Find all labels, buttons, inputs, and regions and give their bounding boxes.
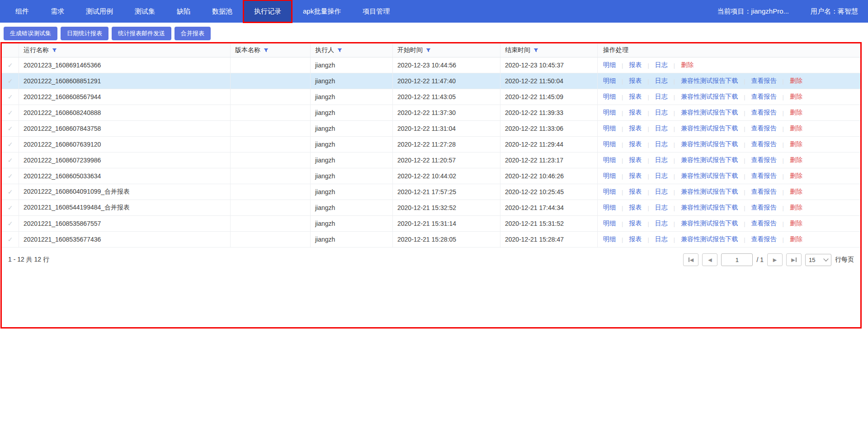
op-detail-link[interactable]: 明细 <box>603 61 616 69</box>
op-compat-report-download-link[interactable]: 兼容性测试报告下载 <box>681 140 738 148</box>
table-row[interactable]: ✓20201221_1608535677436jiangzh2020-12-21… <box>2 232 860 248</box>
op-delete-link[interactable]: 删除 <box>790 172 802 180</box>
op-detail-link[interactable]: 明细 <box>603 204 616 212</box>
op-report-link[interactable]: 报表 <box>629 61 642 69</box>
op-view-report-link[interactable]: 查看报告 <box>751 124 777 133</box>
op-report-link[interactable]: 报表 <box>629 140 642 148</box>
nav-tab-project-management[interactable]: 项目管理 <box>352 0 401 23</box>
op-log-link[interactable]: 日志 <box>655 93 668 101</box>
op-compat-report-download-link[interactable]: 兼容性测试报告下载 <box>681 188 738 196</box>
op-compat-report-download-link[interactable]: 兼容性测试报告下载 <box>681 124 738 133</box>
op-detail-link[interactable]: 明细 <box>603 235 616 243</box>
table-row[interactable]: ✓20201221_1608535867557jiangzh2020-12-21… <box>2 216 860 232</box>
row-check-icon[interactable]: ✓ <box>8 77 13 85</box>
merge-report-button[interactable]: 合并报表 <box>175 27 211 40</box>
op-log-link[interactable]: 日志 <box>655 140 668 148</box>
op-log-link[interactable]: 日志 <box>655 109 668 117</box>
op-log-link[interactable]: 日志 <box>655 204 668 212</box>
nav-tab-requirements[interactable]: 需求 <box>40 0 75 23</box>
op-report-link[interactable]: 报表 <box>629 93 642 101</box>
nav-tab-components[interactable]: 组件 <box>5 0 40 23</box>
op-view-report-link[interactable]: 查看报告 <box>751 77 777 85</box>
op-compat-report-download-link[interactable]: 兼容性测试报告下载 <box>681 235 738 243</box>
nav-tab-test-cases[interactable]: 测试用例 <box>75 0 124 23</box>
op-delete-link[interactable]: 删除 <box>790 109 802 117</box>
op-compat-report-download-link[interactable]: 兼容性测试报告下载 <box>681 156 738 164</box>
op-log-link[interactable]: 日志 <box>655 172 668 180</box>
filter-icon[interactable] <box>426 48 431 53</box>
op-delete-link[interactable]: 删除 <box>790 235 802 243</box>
op-report-link[interactable]: 报表 <box>629 188 642 196</box>
op-report-link[interactable]: 报表 <box>629 156 642 164</box>
row-check-icon[interactable]: ✓ <box>8 204 13 211</box>
op-log-link[interactable]: 日志 <box>655 77 668 85</box>
row-check-icon[interactable]: ✓ <box>8 188 13 195</box>
nav-tab-defects[interactable]: 缺陷 <box>166 0 201 23</box>
op-compat-report-download-link[interactable]: 兼容性测试报告下载 <box>681 172 738 180</box>
op-delete-link[interactable]: 删除 <box>790 93 802 101</box>
filter-icon[interactable] <box>264 48 269 53</box>
filter-icon[interactable] <box>533 48 538 53</box>
next-page-button[interactable]: ▶ <box>767 253 783 266</box>
page-size-select[interactable]: 15 <box>805 254 831 266</box>
generate-error-testset-button[interactable]: 生成错误测试集 <box>4 27 57 40</box>
current-project-label[interactable]: 当前项目：jiangzhPro... <box>717 7 789 16</box>
row-check-icon[interactable]: ✓ <box>8 125 13 132</box>
op-view-report-link[interactable]: 查看报告 <box>751 188 777 196</box>
op-detail-link[interactable]: 明细 <box>603 93 616 101</box>
page-number-input[interactable] <box>721 253 753 266</box>
row-check-icon[interactable]: ✓ <box>8 236 13 243</box>
op-delete-link[interactable]: 删除 <box>790 204 802 212</box>
op-compat-report-download-link[interactable]: 兼容性测试报告下载 <box>681 93 738 101</box>
table-row[interactable]: ✓20201222_1608604091099_合并报表jiangzh2020-… <box>2 184 860 200</box>
op-view-report-link[interactable]: 查看报告 <box>751 172 777 180</box>
row-check-icon[interactable]: ✓ <box>8 157 13 164</box>
nav-tab-data-pool[interactable]: 数据池 <box>201 0 243 23</box>
op-detail-link[interactable]: 明细 <box>603 77 616 85</box>
op-delete-link[interactable]: 删除 <box>790 77 802 85</box>
op-log-link[interactable]: 日志 <box>655 188 668 196</box>
op-detail-link[interactable]: 明细 <box>603 124 616 133</box>
op-delete-link[interactable]: 删除 <box>790 156 802 164</box>
op-detail-link[interactable]: 明细 <box>603 172 616 180</box>
username-label[interactable]: 用户名：蒋智慧 <box>811 7 858 16</box>
table-row[interactable]: ✓20201222_1608605033634jiangzh2020-12-22… <box>2 168 860 184</box>
op-view-report-link[interactable]: 查看报告 <box>751 204 777 212</box>
last-page-button[interactable]: ▶ <box>786 253 802 266</box>
op-detail-link[interactable]: 明细 <box>603 219 616 228</box>
row-check-icon[interactable]: ✓ <box>8 141 13 148</box>
op-compat-report-download-link[interactable]: 兼容性测试报告下载 <box>681 219 738 228</box>
op-view-report-link[interactable]: 查看报告 <box>751 109 777 117</box>
op-view-report-link[interactable]: 查看报告 <box>751 140 777 148</box>
op-compat-report-download-link[interactable]: 兼容性测试报告下载 <box>681 109 738 117</box>
op-delete-link[interactable]: 删除 <box>790 219 802 228</box>
nav-tab-apk-batch[interactable]: apk批量操作 <box>292 0 352 23</box>
previous-page-button[interactable]: ◀ <box>702 253 717 266</box>
op-delete-link[interactable]: 删除 <box>790 140 802 148</box>
op-report-link[interactable]: 报表 <box>629 124 642 133</box>
filter-icon[interactable] <box>52 48 57 53</box>
op-compat-report-download-link[interactable]: 兼容性测试报告下载 <box>681 77 738 85</box>
table-row[interactable]: ✓20201222_1608607239986jiangzh2020-12-22… <box>2 152 860 168</box>
row-check-icon[interactable]: ✓ <box>8 109 13 116</box>
op-delete-link[interactable]: 删除 <box>790 124 802 133</box>
op-log-link[interactable]: 日志 <box>655 235 668 243</box>
table-row[interactable]: ✓20201222_1608608240888jiangzh2020-12-22… <box>2 105 860 121</box>
op-report-link[interactable]: 报表 <box>629 172 642 180</box>
table-row[interactable]: ✓20201222_1608607639120jiangzh2020-12-22… <box>2 137 860 152</box>
op-delete-link[interactable]: 删除 <box>681 61 693 69</box>
op-report-link[interactable]: 报表 <box>629 204 642 212</box>
op-compat-report-download-link[interactable]: 兼容性测试报告下载 <box>681 204 738 212</box>
nav-tab-test-sets[interactable]: 测试集 <box>124 0 166 23</box>
op-detail-link[interactable]: 明细 <box>603 156 616 164</box>
table-row[interactable]: ✓20201223_1608691465366jiangzh2020-12-23… <box>2 57 860 73</box>
row-check-icon[interactable]: ✓ <box>8 93 13 100</box>
table-row[interactable]: ✓20201222_1608608567944jiangzh2020-12-22… <box>2 89 860 105</box>
op-log-link[interactable]: 日志 <box>655 156 668 164</box>
row-check-icon[interactable]: ✓ <box>8 172 13 180</box>
nav-tab-execution-records[interactable]: 执行记录 <box>243 0 292 23</box>
op-report-link[interactable]: 报表 <box>629 77 642 85</box>
op-view-report-link[interactable]: 查看报告 <box>751 93 777 101</box>
op-report-link[interactable]: 报表 <box>629 235 642 243</box>
row-check-icon[interactable]: ✓ <box>8 62 13 69</box>
